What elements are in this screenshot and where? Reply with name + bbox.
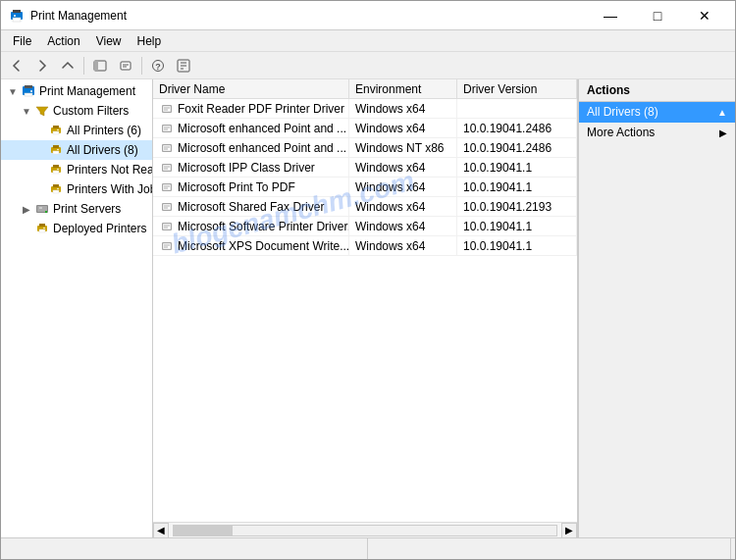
printers-not-ready-icon bbox=[48, 162, 64, 178]
table-row[interactable]: Microsoft enhanced Point and ... Windows… bbox=[153, 119, 577, 138]
svg-rect-28 bbox=[53, 165, 59, 168]
minimize-button[interactable]: — bbox=[588, 1, 633, 30]
scroll-right-button[interactable]: ▶ bbox=[561, 523, 577, 538]
list-footer: ◀ ▶ bbox=[153, 522, 577, 537]
printers-with-jobs-label: Printers With Jobs bbox=[67, 182, 152, 196]
cell-driver-name: Microsoft XPS Document Write... bbox=[153, 236, 349, 255]
col-header-environment[interactable]: Environment bbox=[349, 79, 457, 98]
toggle-print-servers: ▶ bbox=[19, 201, 34, 217]
up-button[interactable] bbox=[56, 55, 79, 76]
driver-icon bbox=[159, 219, 175, 234]
toggle-all-printers bbox=[32, 123, 48, 138]
driver-icon bbox=[159, 199, 175, 215]
driver-icon bbox=[159, 140, 175, 156]
printers-with-jobs-icon bbox=[48, 181, 64, 197]
svg-point-42 bbox=[43, 228, 45, 229]
tree-item-all-drivers[interactable]: All Drivers (8) bbox=[1, 140, 152, 160]
table-row[interactable]: Microsoft Software Printer Driver... Win… bbox=[153, 217, 577, 236]
svg-rect-2 bbox=[13, 18, 21, 22]
svg-rect-24 bbox=[53, 145, 59, 148]
toggle-root: ▼ bbox=[5, 83, 21, 99]
refresh-button[interactable] bbox=[172, 55, 195, 76]
cell-version: 10.0.19041.2193 bbox=[457, 197, 577, 216]
horizontal-scrollbar[interactable] bbox=[173, 525, 557, 536]
help-button[interactable]: ? bbox=[146, 55, 170, 76]
col-header-driver-name[interactable]: Driver Name bbox=[153, 79, 349, 98]
menu-file[interactable]: File bbox=[5, 32, 39, 50]
back-button[interactable] bbox=[5, 55, 28, 76]
close-button[interactable]: ✕ bbox=[682, 1, 727, 30]
title-bar: Print Management — □ ✕ bbox=[1, 1, 735, 30]
svg-rect-52 bbox=[163, 145, 171, 151]
cell-version: 10.0.19041.2486 bbox=[457, 138, 577, 157]
action-more-actions[interactable]: More Actions ▶ bbox=[579, 123, 735, 143]
tree-item-deployed-printers[interactable]: Deployed Printers bbox=[1, 219, 152, 238]
menu-help[interactable]: Help bbox=[130, 32, 170, 50]
scroll-left-button[interactable]: ◀ bbox=[153, 523, 169, 538]
menu-action[interactable]: Action bbox=[39, 32, 87, 50]
svg-rect-16 bbox=[25, 85, 32, 88]
table-row[interactable]: Foxit Reader PDF Printer Driver Windows … bbox=[153, 99, 577, 119]
tree-item-root[interactable]: ▼ Print Management bbox=[1, 81, 152, 101]
svg-rect-21 bbox=[53, 131, 59, 134]
left-panel: ▼ Print Management ▼ bbox=[1, 79, 153, 537]
cell-driver-name: Microsoft IPP Class Driver bbox=[153, 158, 349, 177]
maximize-button[interactable]: □ bbox=[635, 1, 680, 30]
tree-item-printers-with-jobs[interactable]: Printers With Jobs bbox=[1, 179, 152, 199]
cell-version: 10.0.19041.1 bbox=[457, 158, 577, 177]
scrollbar-thumb[interactable] bbox=[174, 526, 233, 535]
action-arrow-up: ▲ bbox=[717, 107, 727, 118]
window-controls: — □ ✕ bbox=[588, 1, 727, 30]
properties-button[interactable] bbox=[114, 55, 137, 76]
forward-button[interactable] bbox=[30, 55, 54, 76]
col-header-driver-version[interactable]: Driver Version bbox=[457, 79, 577, 98]
svg-rect-64 bbox=[163, 204, 171, 210]
actions-header: Actions bbox=[579, 79, 735, 102]
toggle-printers-with-jobs bbox=[32, 181, 48, 197]
driver-icon bbox=[159, 101, 175, 117]
tree-item-printers-not-ready[interactable]: Printers Not Ready bbox=[1, 160, 152, 179]
cell-environment: Windows x64 bbox=[349, 119, 457, 137]
root-label: Print Management bbox=[39, 84, 135, 98]
cell-version: 10.0.19041.1 bbox=[457, 236, 577, 255]
svg-rect-48 bbox=[163, 126, 171, 131]
menu-bar: File Action View Help bbox=[1, 30, 735, 52]
cell-version: 10.0.19041.2486 bbox=[457, 119, 577, 137]
tree-container: ▼ Print Management ▼ bbox=[1, 79, 152, 537]
svg-rect-60 bbox=[163, 184, 171, 190]
action-arrow-right: ▶ bbox=[719, 127, 727, 138]
driver-icon bbox=[159, 160, 175, 176]
svg-rect-3 bbox=[14, 15, 16, 17]
table-row[interactable]: Microsoft enhanced Point and ... Windows… bbox=[153, 138, 577, 158]
all-printers-icon bbox=[48, 123, 64, 138]
svg-rect-32 bbox=[53, 184, 59, 187]
tree-item-custom-filters[interactable]: ▼ Custom Filters bbox=[1, 101, 152, 121]
action-all-drivers[interactable]: All Drivers (8) ▲ bbox=[579, 102, 735, 123]
cell-environment: Windows x64 bbox=[349, 99, 457, 118]
tree-item-all-printers[interactable]: All Printers (6) bbox=[1, 121, 152, 140]
list-header: Driver Name Environment Driver Version bbox=[153, 79, 577, 99]
svg-rect-25 bbox=[53, 151, 59, 154]
cell-driver-name: Microsoft Software Printer Driver... bbox=[153, 217, 349, 235]
menu-view[interactable]: View bbox=[88, 32, 130, 50]
table-row[interactable]: Microsoft XPS Document Write... Windows … bbox=[153, 236, 577, 256]
middle-panel: Driver Name Environment Driver Version bbox=[153, 79, 578, 537]
toggle-deployed-printers bbox=[19, 221, 34, 236]
cell-driver-name: Foxit Reader PDF Printer Driver bbox=[153, 99, 349, 118]
table-row[interactable]: Microsoft Print To PDF Windows x64 10.0.… bbox=[153, 178, 577, 197]
deployed-printers-icon bbox=[34, 221, 50, 236]
main-content: ▼ Print Management ▼ bbox=[1, 79, 735, 537]
show-hide-button[interactable] bbox=[88, 55, 112, 76]
window-title: Print Management bbox=[30, 9, 127, 23]
svg-text:?: ? bbox=[155, 62, 161, 72]
svg-point-26 bbox=[57, 149, 59, 151]
tree-item-print-servers[interactable]: ▶ Print Servers bbox=[1, 199, 152, 219]
table-row[interactable]: Microsoft IPP Class Driver Windows x64 1… bbox=[153, 158, 577, 178]
svg-rect-1 bbox=[13, 10, 21, 13]
svg-rect-40 bbox=[39, 224, 45, 227]
status-text bbox=[5, 538, 368, 559]
print-servers-label: Print Servers bbox=[53, 202, 121, 216]
cell-driver-name: Microsoft enhanced Point and ... bbox=[153, 138, 349, 157]
svg-rect-44 bbox=[163, 106, 171, 112]
table-row[interactable]: Microsoft Shared Fax Driver Windows x64 … bbox=[153, 197, 577, 217]
